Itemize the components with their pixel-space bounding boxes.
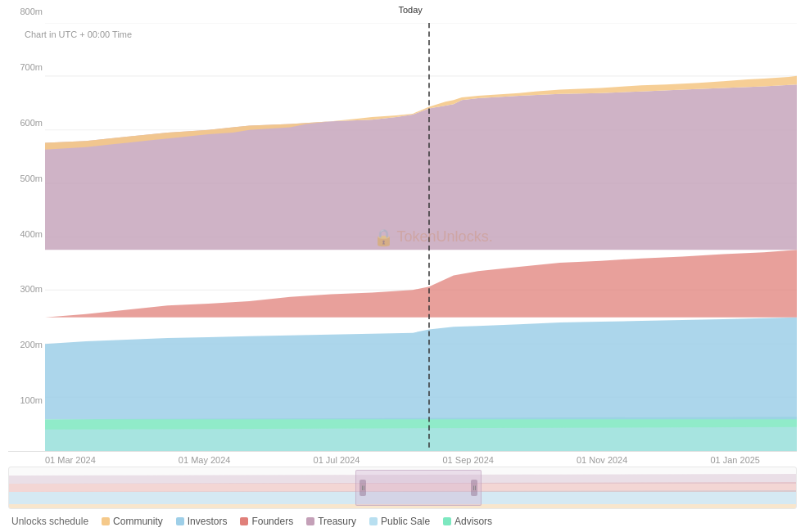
scrollbar-area[interactable]: ⏸ ⏸ (8, 467, 797, 509)
x-label-mar: 01 Mar 2024 (45, 455, 96, 465)
y-label-700: 700m (8, 62, 49, 72)
advisors-label: Advisors (455, 516, 492, 527)
chart-area: Chart in UTC + 00:00 Time Today 800m 700… (8, 7, 797, 452)
y-label-600: 600m (8, 118, 49, 128)
x-label-jan: 01 Jan 2025 (710, 455, 760, 465)
legend-item-founders: Founders (240, 516, 293, 527)
founders-area (45, 250, 797, 318)
x-label-nov: 01 Nov 2024 (577, 455, 627, 465)
y-label-200: 200m (8, 340, 49, 349)
thumb-left-handle[interactable]: ⏸ (360, 480, 366, 496)
y-label-300: 300m (8, 284, 49, 294)
community-dot (102, 517, 110, 525)
chart-container: Chart in UTC + 00:00 Time Today 800m 700… (0, 0, 805, 532)
legend: Unlocks schedule Community Investors Fou… (0, 511, 805, 532)
treasury-area (45, 84, 797, 250)
today-label: Today (396, 5, 424, 15)
community-label: Community (113, 516, 163, 527)
x-label-jul: 01 Jul 2024 (314, 455, 360, 465)
y-label-500: 500m (8, 174, 49, 183)
y-label-800: 800m (8, 7, 49, 16)
thumb-right-handle[interactable]: ⏸ (471, 480, 477, 496)
legend-item-community: Community (102, 516, 163, 527)
public-sale-dot (369, 517, 378, 525)
investors-area (45, 318, 797, 419)
scrollbar-thumb[interactable]: ⏸ ⏸ (355, 470, 482, 506)
investors-label: Investors (188, 516, 228, 527)
x-label-may: 01 May 2024 (179, 455, 231, 465)
treasury-label: Treasury (318, 516, 356, 527)
founders-label: Founders (251, 516, 293, 527)
public-sale-label: Public Sale (381, 516, 430, 527)
y-label-100: 100m (8, 395, 49, 405)
legend-item-public-sale: Public Sale (369, 516, 430, 527)
legend-title: Unlocks schedule (11, 516, 88, 527)
founders-dot (240, 517, 248, 525)
legend-item-advisors: Advisors (443, 516, 492, 527)
legend-item-treasury: Treasury (306, 516, 356, 527)
x-label-sep: 01 Sep 2024 (443, 455, 494, 465)
y-label-400: 400m (8, 229, 49, 239)
legend-item-investors: Investors (176, 516, 228, 527)
public-sale-area (45, 427, 797, 451)
chart-svg (45, 23, 797, 451)
x-axis: 01 Mar 2024 01 May 2024 01 Jul 2024 01 S… (0, 452, 805, 465)
treasury-dot (306, 517, 314, 525)
investors-dot (176, 517, 184, 525)
advisors-dot (443, 517, 451, 525)
chart-svg-area: 🔒 TokenUnlocks. (45, 23, 797, 451)
y-axis: 800m 700m 600m 500m 400m 300m 200m 100m (8, 7, 49, 451)
